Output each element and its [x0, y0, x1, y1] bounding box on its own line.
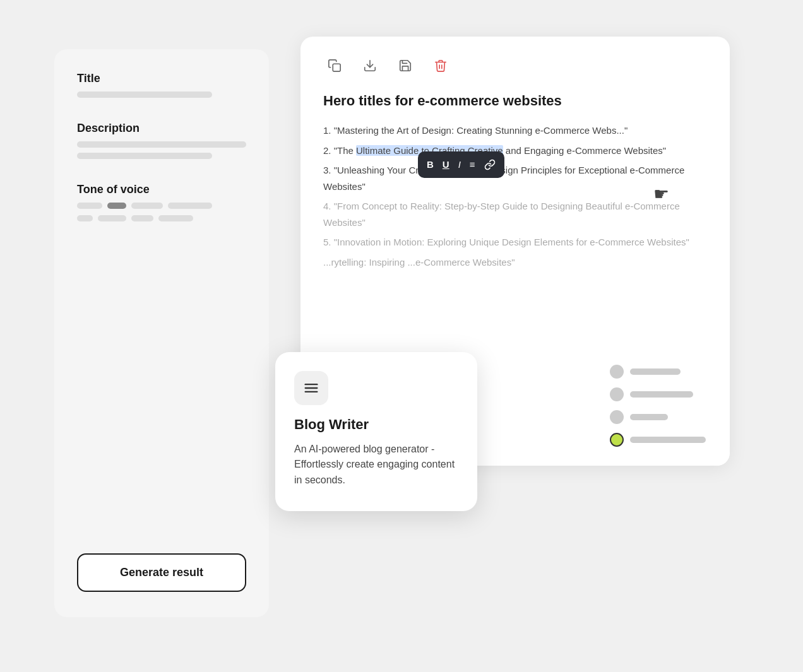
right-item-1: [610, 365, 749, 379]
title-label: Title: [77, 72, 246, 85]
format-toolbar: B U I ≡: [418, 151, 504, 178]
tone-field-group: Tone of voice: [77, 183, 246, 221]
svg-rect-0: [333, 64, 340, 71]
right-item-bar-1: [630, 368, 681, 375]
tone-sliders: [77, 203, 246, 221]
result-item-2: 2. "The Ultimate Guide to Crafting Creat…: [323, 143, 707, 159]
tone-row-1: [77, 203, 246, 209]
delete-icon[interactable]: [429, 54, 452, 77]
result-heading: Hero titles for e-commerce websites: [323, 92, 707, 110]
result-body: B U I ≡ 1. "Mastering the Art of Design:…: [323, 122, 707, 270]
download-icon[interactable]: [359, 54, 381, 77]
blog-card-description: An AI-powered blog generator - Effortles…: [294, 442, 458, 488]
description-field-group: Description: [77, 122, 246, 164]
desc-skeleton-1: [77, 141, 246, 148]
blog-card-title: Blog Writer: [294, 416, 458, 433]
right-item-3: [610, 410, 749, 424]
right-item-bar-2: [630, 391, 693, 398]
save-icon[interactable]: [394, 54, 417, 77]
right-item-2: [610, 387, 749, 401]
description-label: Description: [77, 122, 246, 135]
tone-block: [77, 203, 102, 209]
blog-card-icon: [294, 371, 328, 405]
right-item-bar-3: [630, 414, 668, 420]
tone-block: [168, 203, 212, 209]
result-item-6: ...rytelling: Inspiring ...e-Commerce We…: [323, 254, 707, 271]
result-toolbar: [323, 54, 707, 77]
tone-row-2: [77, 215, 246, 221]
copy-icon[interactable]: [323, 54, 346, 77]
right-item-4: [610, 433, 749, 447]
right-item-bar-4: [630, 437, 706, 443]
title-skeleton: [77, 91, 212, 98]
right-item-dot-3: [610, 410, 624, 424]
result-item-1: 1. "Mastering the Art of Design: Creatin…: [323, 122, 707, 139]
right-item-dot-2: [610, 387, 624, 401]
right-items-panel: [610, 365, 749, 447]
align-button[interactable]: ≡: [470, 156, 475, 173]
desc-skeleton-2: [77, 153, 212, 159]
tone-block: [131, 215, 153, 221]
result-item-5: 5. "Innovation in Motion: Exploring Uniq…: [323, 234, 707, 251]
left-panel: Title Description Tone of voice: [54, 49, 269, 617]
underline-button[interactable]: U: [443, 156, 449, 173]
tone-label: Tone of voice: [77, 183, 246, 196]
cursor-hand-icon: ☛: [653, 179, 669, 209]
title-field-group: Title: [77, 72, 246, 103]
right-item-dot-4: [610, 433, 624, 447]
italic-button[interactable]: I: [458, 156, 461, 173]
right-item-dot-1: [610, 365, 624, 379]
generate-result-button[interactable]: Generate result: [77, 553, 246, 592]
result-item-4: 4. "From Concept to Reality: Step-by-Ste…: [323, 198, 707, 230]
tone-block: [158, 215, 193, 221]
tone-block: [131, 203, 163, 209]
blog-writer-card: Blog Writer An AI-powered blog generator…: [275, 352, 477, 511]
tone-block: [77, 215, 93, 221]
tone-block-active: [107, 203, 126, 209]
tone-block: [98, 215, 126, 221]
bold-button[interactable]: B: [427, 156, 434, 173]
link-button[interactable]: [484, 159, 496, 170]
result-item-3: 3. "Unleashing Your Creative Potential: …: [323, 162, 707, 194]
